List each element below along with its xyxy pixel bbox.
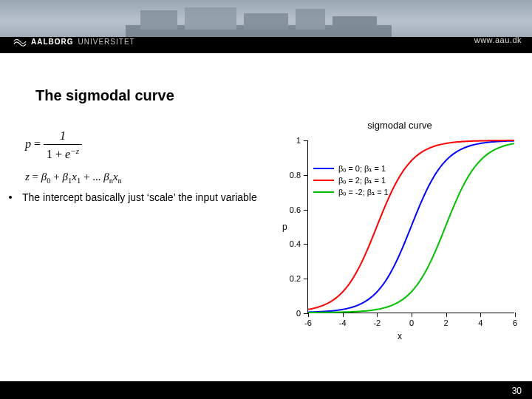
bullet-text: The intercept basically just ‘scale’ the… <box>22 191 257 205</box>
page-number: 30 <box>512 386 522 396</box>
svg-rect-4 <box>296 9 325 30</box>
chart-ytick <box>304 210 308 211</box>
university-logo: AALBORG UNIVERSITET <box>13 33 135 50</box>
header-photo <box>126 3 392 37</box>
svg-rect-2 <box>185 7 236 30</box>
chart-legend-row: β₀ = 0; β₁ = 1 <box>313 163 389 174</box>
chart-xtick <box>515 313 516 317</box>
chart: sigmodal curve p x 00.20.40.60.81-6-4-20… <box>275 120 525 349</box>
chart-xtick-label: 4 <box>478 318 482 327</box>
chart-ytick-label: 0.6 <box>290 205 301 214</box>
chart-legend-row: β₀ = 2; β₁ = 1 <box>313 174 389 186</box>
fraction-denominator: 1 + e−z <box>44 144 82 163</box>
formula-eq: = <box>31 137 44 150</box>
chart-xlabel: x <box>275 331 525 341</box>
fraction: 1 1 + e−z <box>44 127 82 163</box>
logo-wave-icon <box>13 35 27 48</box>
chart-xtick-label: -6 <box>304 318 312 327</box>
formula-p-lhs: p <box>25 137 31 150</box>
chart-ytick <box>304 140 308 141</box>
site-url: www.aau.dk <box>474 35 522 44</box>
chart-xtick-label: 2 <box>444 318 449 327</box>
chart-legend-label: β₀ = 0; β₁ = 1 <box>338 164 386 174</box>
formula-z: z = β0 + β1x1 + ... βnxn <box>25 169 122 186</box>
chart-xtick-label: -2 <box>373 318 381 327</box>
chart-legend-swatch <box>313 180 334 181</box>
chart-xtick-label: -4 <box>339 318 347 327</box>
chart-ytick-label: 0.4 <box>290 239 301 248</box>
chart-legend-swatch <box>313 168 334 169</box>
chart-xtick-label: 6 <box>513 318 517 327</box>
chart-xtick <box>308 313 309 317</box>
chart-ylabel: p <box>282 222 287 232</box>
chart-ytick <box>304 244 308 245</box>
logo-text-bold: AALBORG <box>31 38 74 46</box>
chart-title: sigmodal curve <box>275 120 525 131</box>
header: AALBORG UNIVERSITET www.aau.dk <box>0 0 532 53</box>
chart-xtick <box>412 313 412 317</box>
chart-legend-label: β₀ = -2; β₁ = 1 <box>338 188 389 197</box>
chart-legend-swatch <box>313 191 334 193</box>
slide-title: The sigmodal curve <box>35 87 174 104</box>
bullet-row: The intercept basically just ‘scale’ the… <box>9 191 267 205</box>
chart-legend-row: β₀ = -2; β₁ = 1 <box>313 186 389 198</box>
bullet-dot-icon <box>9 196 12 199</box>
chart-ytick-label: 0 <box>296 309 301 318</box>
chart-ytick <box>304 279 308 279</box>
chart-ytick-label: 1 <box>296 136 301 145</box>
chart-xtick-label: 0 <box>409 318 414 327</box>
chart-legend: β₀ = 0; β₁ = 1β₀ = 2; β₁ = 1β₀ = -2; β₁ … <box>313 163 389 198</box>
fraction-numerator: 1 <box>44 127 82 144</box>
formula-p: p = 1 1 + e−z <box>25 127 122 163</box>
chart-xtick <box>446 313 447 317</box>
chart-xtick <box>480 313 481 317</box>
logo-text-light: UNIVERSITET <box>78 38 135 46</box>
svg-rect-3 <box>244 13 288 30</box>
chart-ytick <box>304 175 308 176</box>
chart-xtick <box>377 313 378 317</box>
chart-legend-label: β₀ = 2; β₁ = 1 <box>338 176 386 185</box>
svg-rect-5 <box>332 16 377 30</box>
chart-ytick-label: 0.8 <box>290 171 301 180</box>
chart-ytick-label: 0.2 <box>290 274 301 283</box>
svg-rect-1 <box>140 10 177 30</box>
footer: 30 <box>0 381 532 399</box>
formula-block: p = 1 1 + e−z z = β0 + β1x1 + ... βnxn <box>25 127 122 186</box>
chart-xtick <box>343 313 344 317</box>
